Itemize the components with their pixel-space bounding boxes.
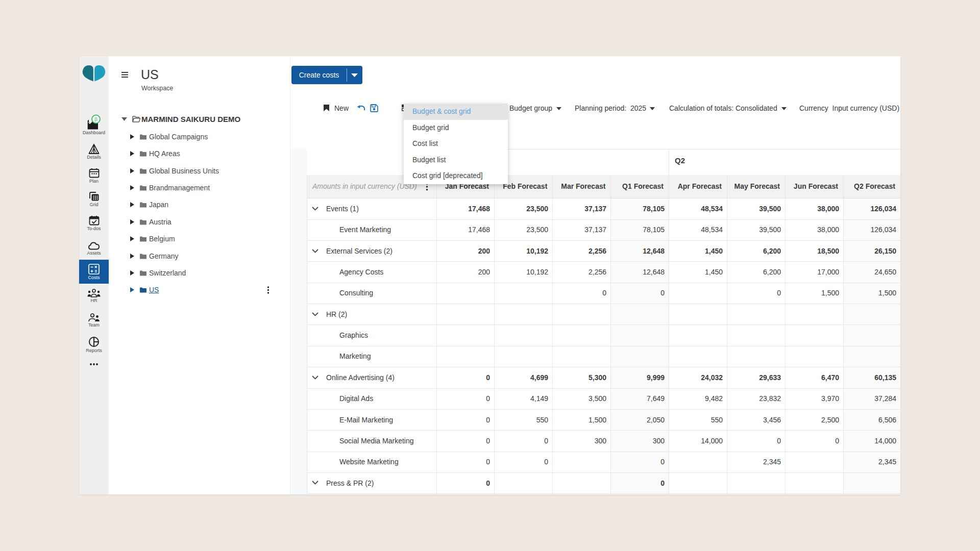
svg-text:β: β: [94, 116, 97, 122]
